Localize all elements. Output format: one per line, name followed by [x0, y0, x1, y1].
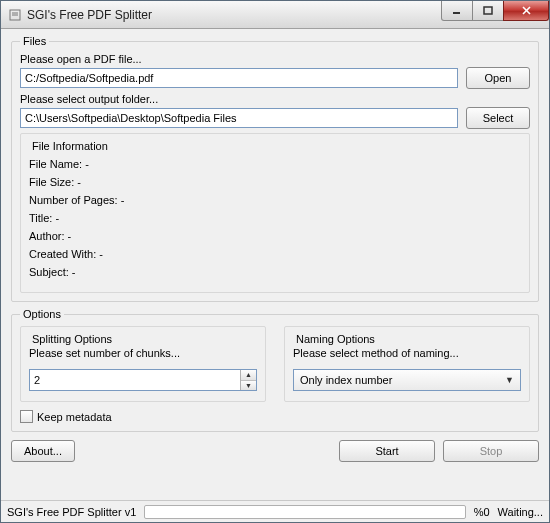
info-author: Author: - — [29, 230, 521, 242]
files-legend: Files — [20, 35, 49, 47]
naming-select[interactable]: Only index number ▼ — [293, 369, 521, 391]
splitting-desc: Please set number of chunks... — [29, 347, 257, 359]
info-filesize: File Size: - — [29, 176, 521, 188]
titlebar[interactable]: SGI's Free PDF Splitter — [1, 1, 549, 29]
bottom-button-row: About... Start Stop — [11, 440, 539, 462]
info-subject: Subject: - — [29, 266, 521, 278]
svg-rect-4 — [484, 7, 492, 14]
window-title: SGI's Free PDF Splitter — [27, 8, 442, 22]
app-icon — [7, 7, 23, 23]
status-bar: SGI's Free PDF Splitter v1 %0 Waiting... — [1, 500, 549, 522]
stop-button[interactable]: Stop — [443, 440, 539, 462]
progress-bar — [144, 505, 465, 519]
about-button[interactable]: About... — [11, 440, 75, 462]
status-app: SGI's Free PDF Splitter v1 — [7, 506, 136, 518]
minimize-button[interactable] — [441, 1, 473, 21]
file-info-legend: File Information — [29, 140, 111, 152]
client-area: Files Please open a PDF file... Open Ple… — [1, 29, 549, 500]
keep-metadata-label: Keep metadata — [37, 411, 112, 423]
naming-desc: Please select method of naming... — [293, 347, 521, 359]
open-prompt: Please open a PDF file... — [20, 53, 530, 65]
window-controls — [442, 1, 549, 28]
file-info-group: File Information File Name: - File Size:… — [20, 133, 530, 293]
app-window: SGI's Free PDF Splitter Files Please ope… — [0, 0, 550, 523]
start-button[interactable]: Start — [339, 440, 435, 462]
chunks-input[interactable] — [30, 370, 240, 390]
naming-legend: Naming Options — [293, 333, 378, 345]
status-state: Waiting... — [498, 506, 543, 518]
info-created: Created With: - — [29, 248, 521, 260]
options-group: Options Splitting Options Please set num… — [11, 308, 539, 432]
chevron-down-icon: ▼ — [503, 375, 516, 385]
info-filename: File Name: - — [29, 158, 521, 170]
close-button[interactable] — [503, 1, 549, 21]
splitting-options-group: Splitting Options Please set number of c… — [20, 326, 266, 402]
open-button[interactable]: Open — [466, 67, 530, 89]
naming-value: Only index number — [300, 374, 503, 386]
chunks-up-icon[interactable]: ▲ — [241, 370, 256, 381]
keep-metadata-checkbox[interactable] — [20, 410, 33, 423]
files-group: Files Please open a PDF file... Open Ple… — [11, 35, 539, 302]
info-pages: Number of Pages: - — [29, 194, 521, 206]
chunks-stepper[interactable]: ▲ ▼ — [29, 369, 257, 391]
options-legend: Options — [20, 308, 64, 320]
select-button[interactable]: Select — [466, 107, 530, 129]
status-percent: %0 — [474, 506, 490, 518]
maximize-button[interactable] — [472, 1, 504, 21]
info-title: Title: - — [29, 212, 521, 224]
output-prompt: Please select output folder... — [20, 93, 530, 105]
pdf-path-input[interactable] — [20, 68, 458, 88]
splitting-legend: Splitting Options — [29, 333, 115, 345]
naming-options-group: Naming Options Please select method of n… — [284, 326, 530, 402]
output-path-input[interactable] — [20, 108, 458, 128]
chunks-down-icon[interactable]: ▼ — [241, 381, 256, 391]
